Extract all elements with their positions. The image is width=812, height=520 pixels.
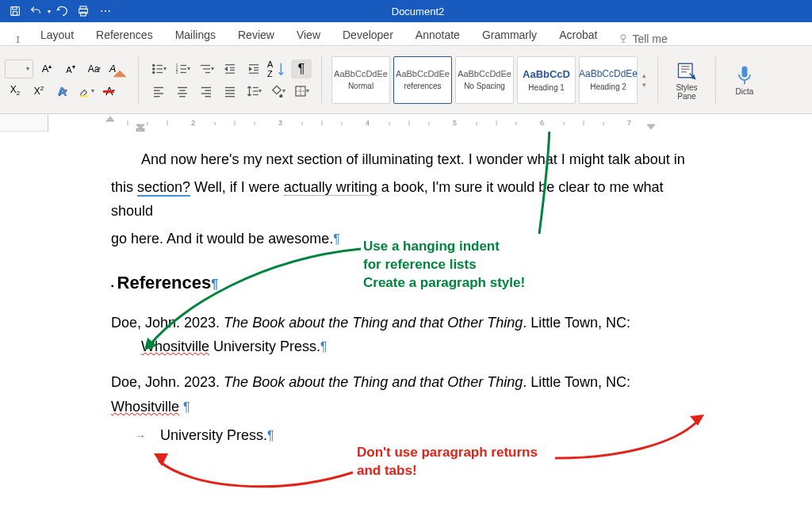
ribbon: ▾ A▴ A▾ Aa▾ A X2 X2 A▾ ▾ A▾ ▾ 123▾ ▾ AZ … [0, 46, 812, 114]
style-heading-2[interactable]: AaBbCcDdEe Heading 2 [579, 56, 638, 104]
tab-mailings[interactable]: Mailings [174, 25, 217, 45]
svg-rect-5 [81, 12, 86, 16]
body-paragraph[interactable]: this section? Well, if I were actually w… [111, 175, 698, 224]
svg-rect-2 [13, 12, 17, 16]
annotation-green: Use a hanging indent for reference lists… [363, 238, 525, 292]
body-paragraph[interactable]: And now here's my next section of illumi… [111, 147, 698, 172]
style-normal[interactable]: AaBbCcDdEe Normal [331, 56, 390, 104]
styles-pane-button[interactable]: StylesPane [668, 54, 706, 106]
print-button[interactable] [75, 2, 92, 20]
annotation-red: Don't use paragraph returns and tabs! [357, 444, 538, 480]
decrease-indent-button[interactable] [220, 59, 240, 78]
increase-indent-button[interactable] [243, 59, 264, 78]
svg-text:4: 4 [366, 119, 370, 127]
line-spacing-button[interactable]: ▾ [243, 82, 264, 101]
more-commands-icon[interactable]: ⋯ [95, 5, 113, 17]
tab-annotate[interactable]: Annotate [414, 25, 462, 45]
redo-button[interactable] [54, 2, 71, 20]
ribbon-tabs: ɪ Layout References Mailings Review View… [0, 22, 812, 46]
quick-access-toolbar: ▾ ⋯ [0, 2, 119, 20]
bullets-button[interactable]: ▾ [148, 59, 169, 78]
svg-text:3: 3 [278, 119, 282, 127]
page: And now here's my next section of illumi… [48, 132, 761, 464]
subscript-button[interactable]: X2 [5, 82, 25, 101]
font-color-button[interactable]: A▾ [100, 82, 121, 101]
borders-button[interactable]: ▾ [291, 82, 312, 101]
font-group: ▾ A▴ A▾ Aa▾ A X2 X2 A▾ ▾ A▾ [5, 59, 128, 101]
svg-text:6: 6 [540, 119, 544, 127]
tab-view[interactable]: View [295, 25, 322, 45]
svg-point-11 [153, 67, 155, 69]
pilcrow-icon: ¶ [333, 232, 340, 246]
pilcrow-icon: ¶ [183, 400, 190, 414]
svg-text:3: 3 [176, 70, 178, 75]
tab-arrow-icon: → [135, 430, 146, 442]
svg-rect-1 [13, 7, 17, 10]
svg-rect-55 [742, 67, 748, 78]
chevron-down-icon[interactable]: ▾ [48, 8, 51, 15]
separator [138, 56, 139, 104]
numbering-button[interactable]: 123▾ [172, 59, 193, 78]
tab-review[interactable]: Review [236, 25, 276, 45]
pilcrow-icon: ¶ [267, 429, 274, 442]
style-heading-1[interactable]: AaBbCcD Heading 1 [517, 56, 576, 104]
align-center-button[interactable] [172, 82, 193, 101]
styles-pane-label: StylesPane [676, 83, 697, 101]
multilevel-list-button[interactable]: ▾ [196, 59, 216, 78]
styles-gallery-scroll[interactable]: ▴ ▾ [641, 56, 648, 104]
show-hide-marks-button[interactable]: ¶ [291, 59, 312, 78]
svg-point-6 [621, 35, 626, 40]
pilcrow-icon: ¶ [211, 277, 218, 291]
superscript-button[interactable]: X2 [29, 82, 49, 101]
tab-truncated[interactable]: ɪ [16, 32, 20, 45]
indent-markers [106, 117, 655, 132]
tab-acrobat[interactable]: Acrobat [557, 25, 599, 45]
title-bar: ▾ ⋯ Document2 [0, 0, 812, 22]
reference-entry[interactable]: Doe, John. 2023. The Book about the Thin… [111, 311, 698, 359]
align-left-button[interactable] [148, 82, 169, 101]
align-right-button[interactable] [196, 82, 216, 101]
paragraph-group: ▾ 123▾ ▾ AZ ¶ ▾ ▾ ▾ [148, 59, 312, 101]
text-effects-button[interactable]: A▾ [52, 82, 73, 101]
highlight-button[interactable]: ▾ [76, 82, 97, 101]
svg-text:7: 7 [627, 119, 631, 127]
sort-button[interactable]: AZ [267, 59, 288, 78]
separator [321, 56, 322, 104]
change-case-button[interactable]: Aa▾ [84, 59, 105, 78]
tab-references[interactable]: References [94, 25, 155, 45]
dictate-button[interactable]: Dicta [726, 54, 764, 106]
document-area[interactable]: And now here's my next section of illumi… [0, 132, 812, 520]
separator [715, 56, 716, 104]
svg-text:2: 2 [191, 119, 195, 127]
reference-entry-wrong[interactable]: Doe, John. 2023. The Book about the Thin… [111, 370, 698, 419]
svg-rect-54 [679, 63, 693, 78]
tab-grammarly[interactable]: Grammarly [481, 25, 538, 45]
clear-formatting-button[interactable]: A [108, 59, 128, 78]
decrease-font-button[interactable]: A▾ [60, 59, 81, 78]
shading-button[interactable]: ▾ [267, 82, 288, 101]
ruler[interactable]: 2 3 4 5 6 7 [0, 114, 812, 132]
undo-button[interactable] [27, 2, 44, 20]
style-no-spacing[interactable]: AaBbCcDdEe No Spacing [455, 56, 514, 104]
svg-point-9 [153, 64, 155, 66]
tab-layout[interactable]: Layout [39, 25, 75, 45]
svg-rect-8 [103, 90, 114, 93]
svg-point-13 [153, 71, 155, 73]
save-button[interactable] [6, 2, 24, 20]
document-title: Document2 [119, 6, 717, 17]
justify-button[interactable] [220, 82, 240, 101]
font-size-combo[interactable]: ▾ [5, 59, 33, 78]
tell-me[interactable]: Tell me [618, 32, 667, 45]
pilcrow-icon: ¶ [320, 340, 327, 354]
styles-gallery: AaBbCcDdEe Normal AaBbCcDdEe references … [331, 56, 648, 104]
svg-text:5: 5 [453, 119, 457, 127]
increase-font-button[interactable]: A▴ [36, 59, 57, 78]
separator [657, 56, 658, 104]
style-references[interactable]: AaBbCcDdEe references [393, 56, 452, 104]
tab-developer[interactable]: Developer [341, 25, 395, 45]
svg-rect-7 [80, 95, 89, 97]
